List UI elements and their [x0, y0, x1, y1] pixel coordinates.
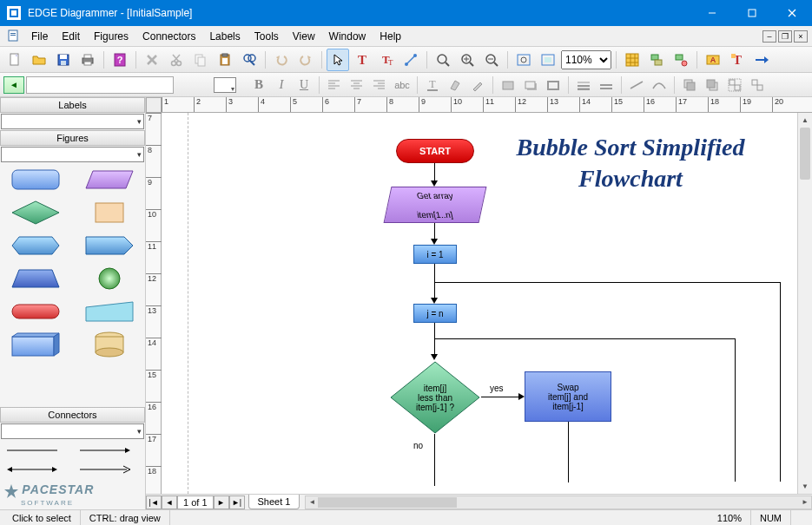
nav-left-icon[interactable]: ◄ — [3, 76, 24, 94]
shape-border-icon[interactable] — [543, 75, 564, 95]
connector-straight-icon[interactable] — [626, 75, 647, 95]
redo-icon[interactable] — [294, 49, 317, 71]
align-left-icon[interactable] — [324, 75, 345, 95]
menu-window[interactable]: Window — [322, 29, 373, 44]
connector-double-arrow[interactable] — [5, 464, 59, 475]
copy-icon[interactable] — [189, 49, 212, 71]
horizontal-scrollbar[interactable]: ◄ ► — [305, 495, 812, 509]
connectors-panel-header[interactable]: Connectors — [0, 407, 145, 423]
fill-color-swatch[interactable]: ▾ — [214, 77, 236, 93]
flowchart-swap[interactable]: Swapitem[j] anditem[j-1] — [525, 371, 611, 422]
italic-icon[interactable]: I — [271, 75, 292, 95]
figure-3d-rect[interactable] — [10, 331, 61, 358]
flowchart-process-i[interactable]: i = 1 — [413, 245, 457, 264]
mdi-minimize-button[interactable]: – — [762, 30, 776, 43]
group-icon[interactable] — [724, 75, 745, 95]
scroll-down-button[interactable]: ▼ — [798, 479, 812, 494]
zoom-out-icon[interactable] — [480, 49, 503, 71]
style-icon[interactable]: A — [702, 49, 724, 71]
minimize-button[interactable] — [692, 0, 732, 26]
paste-icon[interactable] — [214, 49, 236, 71]
line-style-icon[interactable] — [573, 75, 594, 95]
menu-file[interactable]: File — [24, 29, 55, 44]
menu-help[interactable]: Help — [373, 29, 408, 44]
figure-cylinder[interactable] — [93, 331, 126, 358]
text-tool-icon[interactable]: T — [351, 49, 373, 71]
connector-tool-icon[interactable] — [399, 49, 422, 71]
print-icon[interactable] — [76, 49, 99, 71]
menu-connectors[interactable]: Connectors — [135, 29, 202, 44]
font-combo[interactable] — [26, 76, 174, 94]
grid-icon[interactable] — [621, 49, 644, 71]
vertical-scrollbar[interactable]: ▲ ▼ — [797, 113, 812, 494]
text-format-icon[interactable]: TT — [375, 49, 398, 71]
bring-front-icon[interactable] — [679, 75, 700, 95]
mdi-restore-button[interactable]: ❐ — [778, 30, 792, 43]
save-icon[interactable] — [52, 49, 75, 71]
diagram-title[interactable]: Bubble Sort Simplified Flowchart — [509, 132, 752, 195]
text-field-icon[interactable]: abc — [392, 75, 413, 95]
sheet-tab[interactable]: Sheet 1 — [248, 495, 300, 509]
snap-figure-icon[interactable] — [645, 49, 668, 71]
text-style-icon[interactable]: T — [726, 49, 749, 71]
scroll-right-button[interactable]: ► — [799, 496, 811, 509]
scroll-thumb[interactable] — [800, 128, 810, 180]
text-color-icon[interactable]: T — [422, 75, 443, 95]
figure-trapezoid[interactable] — [10, 266, 61, 292]
align-right-icon[interactable] — [369, 75, 390, 95]
find-icon[interactable] — [238, 49, 261, 71]
canvas[interactable]: Bubble Sort Simplified Flowchart START G… — [162, 113, 797, 494]
scroll-thumb[interactable] — [318, 497, 457, 508]
figure-terminator[interactable] — [10, 303, 61, 320]
connector-curved-icon[interactable] — [649, 75, 670, 95]
scroll-up-button[interactable]: ▲ — [798, 113, 812, 128]
sheet-first-button[interactable]: |◄ — [146, 495, 162, 509]
connector-line[interactable] — [5, 445, 59, 456]
shape-fill-icon[interactable] — [498, 75, 518, 95]
labels-combo[interactable] — [1, 114, 144, 129]
scroll-left-button[interactable]: ◄ — [306, 496, 318, 509]
ruler-vertical[interactable]: 7 8 9 10 11 12 13 14 15 16 17 18 — [146, 113, 162, 494]
help-icon[interactable]: ? — [109, 49, 131, 71]
zoom-page-icon[interactable] — [537, 49, 559, 71]
menu-view[interactable]: View — [286, 29, 322, 44]
zoom-in-icon[interactable] — [456, 49, 479, 71]
flowchart-decision[interactable]: item[j]less thanitem[j-1] ? — [389, 360, 481, 435]
zoom-combo[interactable]: 110% — [561, 50, 611, 69]
send-back-icon[interactable] — [702, 75, 723, 95]
connectors-combo[interactable] — [1, 423, 144, 439]
undo-icon[interactable] — [270, 49, 293, 71]
highlight-icon[interactable] — [445, 75, 465, 95]
underline-icon[interactable]: U — [294, 75, 314, 95]
delete-icon[interactable] — [141, 49, 163, 71]
figure-hexagon[interactable] — [10, 233, 61, 259]
menu-tools[interactable]: Tools — [248, 29, 286, 44]
export-icon[interactable] — [750, 49, 773, 71]
line-color-icon[interactable] — [596, 75, 617, 95]
sheet-next-button[interactable]: ► — [214, 495, 229, 509]
bold-icon[interactable]: B — [248, 75, 269, 95]
figure-pentagon[interactable] — [84, 233, 135, 259]
connector-arrow[interactable] — [78, 445, 132, 456]
connector-open-arrow[interactable] — [78, 464, 132, 475]
snap-grid-icon[interactable] — [670, 49, 692, 71]
zoom-fit-icon[interactable] — [512, 49, 535, 71]
flowchart-process-j[interactable]: j = n — [413, 304, 457, 323]
figures-combo[interactable] — [1, 147, 144, 162]
figure-rect[interactable] — [94, 201, 125, 224]
open-file-icon[interactable] — [28, 49, 50, 71]
labels-panel-header[interactable]: Labels — [0, 97, 145, 113]
maximize-button[interactable] — [732, 0, 772, 26]
ungroup-icon[interactable] — [747, 75, 768, 95]
flowchart-input[interactable]: Get arrayitem[1..n] — [384, 187, 487, 223]
sheet-prev-button[interactable]: ◄ — [162, 495, 177, 509]
menu-labels[interactable]: Labels — [202, 29, 247, 44]
cut-icon[interactable] — [165, 49, 188, 71]
align-center-icon[interactable] — [347, 75, 367, 95]
ruler-horizontal[interactable]: 1 2 3 4 5 6 7 8 9 10 11 12 13 14 15 16 1… — [162, 97, 812, 113]
pointer-tool-icon[interactable] — [327, 49, 349, 71]
figure-manual-input[interactable] — [84, 299, 135, 325]
figures-panel-header[interactable]: Figures — [0, 130, 145, 146]
mdi-close-button[interactable]: × — [794, 30, 808, 43]
zoom-icon[interactable] — [432, 49, 454, 71]
